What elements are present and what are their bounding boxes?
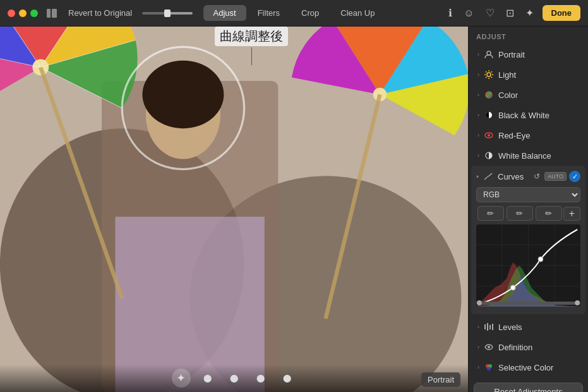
chevron-right-icon: › <box>477 324 479 330</box>
minimize-button[interactable] <box>19 9 27 17</box>
definition-icon <box>483 341 495 353</box>
light-label: Light <box>498 70 579 80</box>
titlebar-right: ℹ ☺ ♡ ⊡ ✦ Done <box>446 5 580 21</box>
curves-undo-button[interactable]: ↺ <box>532 171 542 181</box>
svg-point-17 <box>142 61 224 128</box>
favorite-button[interactable]: ♡ <box>483 6 497 20</box>
definition-label: Definition <box>498 343 579 352</box>
svg-point-45 <box>477 300 482 305</box>
color-icon <box>483 89 495 101</box>
portrait-label: Portrait <box>498 50 579 59</box>
color-label: Color <box>498 90 579 100</box>
eyedropper-white-button[interactable]: ✏ <box>536 206 562 221</box>
svg-point-42 <box>538 257 543 262</box>
panel-item-definition[interactable]: › Definition <box>471 337 585 357</box>
close-button[interactable] <box>8 9 15 17</box>
panel-item-levels[interactable]: › Levels <box>471 317 585 337</box>
reset-adjustments-button[interactable]: Reset Adjustments <box>474 383 583 392</box>
revert-to-original-button[interactable]: Revert to Original <box>63 6 137 20</box>
selective-color-icon <box>483 362 495 373</box>
curves-actions: ↺ AUTO ✓ <box>532 171 580 182</box>
light-icon <box>483 69 495 80</box>
svg-point-33 <box>488 134 490 137</box>
view-toggle-icons <box>45 8 58 18</box>
comparison-slider[interactable] <box>142 12 193 15</box>
levels-label: Levels <box>498 322 579 332</box>
panel-item-white-balance[interactable]: › White Balance <box>471 145 585 166</box>
done-button[interactable]: Done <box>543 5 581 21</box>
svg-rect-44 <box>479 302 577 305</box>
black-white-label: Black & White <box>498 111 579 120</box>
export-button[interactable]: ⊡ <box>503 6 517 20</box>
eyedropper-row: ✏ ✏ ✏ + <box>476 206 580 221</box>
auto-badge: AUTO <box>544 172 567 181</box>
tab-adjust[interactable]: Adjust <box>203 5 246 21</box>
panel-item-light[interactable]: › Light <box>471 64 585 85</box>
add-point-button[interactable]: + <box>563 207 580 221</box>
portrait-icon <box>483 49 495 60</box>
eyedropper-gray-button[interactable]: ✏ <box>507 206 533 221</box>
portrait-button[interactable]: Portrait <box>421 372 460 387</box>
svg-point-20 <box>487 73 491 77</box>
white-balance-label: White Balance <box>498 151 579 161</box>
right-panel: ADJUST › Portrait › Light › Color <box>468 27 588 392</box>
curves-icon <box>483 171 494 182</box>
svg-rect-49 <box>489 325 491 329</box>
chevron-right-icon: › <box>477 92 479 98</box>
chevron-right-icon: › <box>477 152 479 159</box>
red-eye-icon <box>483 130 495 141</box>
view-mode-button-2[interactable]: ⬤ <box>198 369 217 388</box>
view-mode-button-4[interactable]: ⬤ <box>251 369 270 388</box>
chevron-right-icon: › <box>477 344 479 350</box>
view-mode-button-1[interactable]: ✦ <box>172 369 191 388</box>
photo-background <box>0 27 468 392</box>
svg-point-54 <box>487 367 491 371</box>
eyedropper-black-button[interactable]: ✏ <box>477 206 504 221</box>
curves-header: ▾ Curves ↺ AUTO ✓ <box>476 171 580 182</box>
svg-point-51 <box>488 346 490 348</box>
tab-filters[interactable]: Filters <box>248 5 290 21</box>
share-button[interactable]: ☺ <box>461 6 476 20</box>
black-white-icon <box>483 109 495 121</box>
svg-line-28 <box>486 77 487 78</box>
red-eye-label: Red-Eye <box>498 131 579 140</box>
chevron-right-icon: › <box>477 364 479 371</box>
curves-section: ▾ Curves ↺ AUTO ✓ RGB Red Green Blue Lum… <box>471 166 585 314</box>
panel-item-black-white[interactable]: › Black & White <box>471 105 585 125</box>
more-button[interactable]: ✦ <box>523 6 536 20</box>
svg-point-46 <box>575 300 580 305</box>
view-mode-button-3[interactable]: ⬤ <box>225 369 244 388</box>
view-mode-button-5[interactable]: ⬤ <box>278 369 297 388</box>
curves-chart[interactable] <box>476 224 580 307</box>
svg-line-25 <box>486 71 487 73</box>
panel-item-selective-color[interactable]: › Selective Color <box>471 357 585 377</box>
chevron-right-icon: › <box>477 51 479 58</box>
panel-item-color[interactable]: › Color <box>471 85 585 105</box>
selective-color-label: Selective Color <box>498 363 579 372</box>
adjust-panel-header: ADJUST <box>469 27 588 44</box>
titlebar: Revert to Original Adjust Filters Crop C… <box>0 0 588 27</box>
panel-item-portrait[interactable]: › Portrait <box>471 44 585 64</box>
svg-point-30 <box>486 92 492 98</box>
curves-check-button[interactable]: ✓ <box>569 171 580 182</box>
chevron-right-icon: › <box>477 132 479 138</box>
svg-point-41 <box>510 285 515 290</box>
tab-crop[interactable]: Crop <box>291 5 329 21</box>
chevron-right-icon: › <box>477 112 479 118</box>
maximize-button[interactable] <box>30 9 38 17</box>
svg-rect-47 <box>484 324 486 329</box>
tab-cleanup[interactable]: Clean Up <box>330 5 385 21</box>
curves-chevron-icon: ▾ <box>476 174 479 180</box>
svg-rect-0 <box>47 9 51 18</box>
white-balance-icon <box>483 150 495 161</box>
panel-item-red-eye[interactable]: › Red-Eye <box>471 125 585 145</box>
nav-tabs: Adjust Filters Crop Clean Up <box>203 5 385 21</box>
svg-line-27 <box>491 71 493 73</box>
rgb-channel-select[interactable]: RGB Red Green Blue Luminance <box>476 187 580 202</box>
photo-area: 曲線調整後 <box>0 27 468 392</box>
single-view-icon[interactable] <box>45 8 58 18</box>
info-button[interactable]: ℹ <box>446 6 455 20</box>
svg-rect-1 <box>52 9 57 18</box>
comparison-slider-container <box>142 12 193 15</box>
svg-rect-50 <box>492 324 493 330</box>
